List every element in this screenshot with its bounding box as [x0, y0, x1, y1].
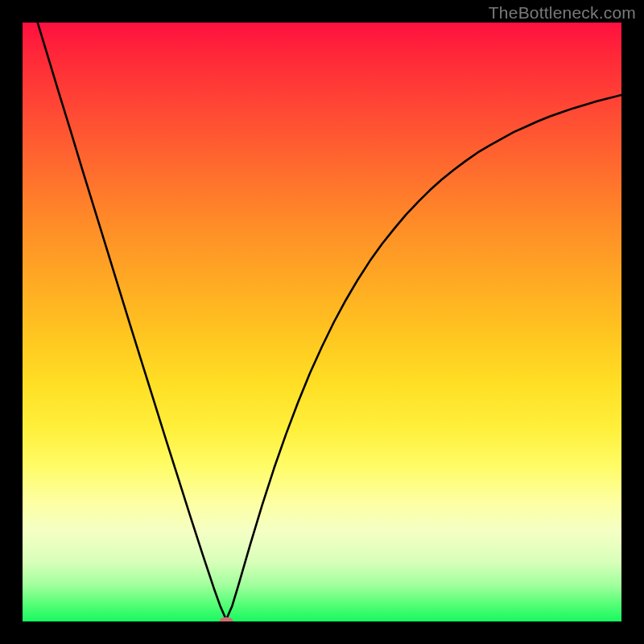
curve-layer [23, 23, 621, 621]
minimum-marker [219, 617, 233, 622]
watermark-text: TheBottleneck.com [489, 3, 636, 23]
plot-area [23, 23, 621, 621]
bottleneck-curve [23, 23, 621, 620]
chart-frame: TheBottleneck.com [0, 0, 644, 644]
